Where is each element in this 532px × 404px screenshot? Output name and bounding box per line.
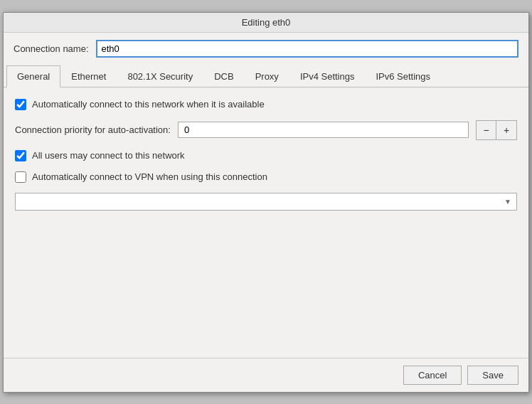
tabs-bar: General Ethernet 802.1X Security DCB Pro… [4, 65, 528, 87]
vpn-dropdown[interactable] [15, 193, 517, 211]
stepper-plus-button[interactable]: + [496, 121, 516, 139]
auto-connect-label: Automatically connect to this network wh… [32, 99, 265, 110]
all-users-label: All users may connect to this network [32, 150, 185, 161]
tab-general[interactable]: General [6, 65, 60, 87]
cancel-button[interactable]: Cancel [403, 366, 462, 385]
stepper-buttons: − + [476, 120, 517, 140]
stepper-minus-button[interactable]: − [477, 121, 496, 139]
vpn-dropdown-wrapper [15, 193, 517, 211]
connection-name-row: Connection name: [4, 33, 528, 65]
dialog-title: Editing eth0 [242, 17, 291, 28]
tab-ethernet[interactable]: Ethernet [60, 65, 117, 87]
tab-proxy[interactable]: Proxy [245, 65, 289, 87]
tab-ipv6-settings[interactable]: IPv6 Settings [365, 65, 441, 87]
tab-ipv4-settings[interactable]: IPv4 Settings [289, 65, 366, 87]
tab-dcb[interactable]: DCB [203, 65, 244, 87]
priority-label: Connection priority for auto-activation: [15, 124, 171, 135]
vpn-dropdown-row [15, 193, 517, 211]
auto-connect-checkbox[interactable] [15, 99, 26, 110]
auto-connect-row: Automatically connect to this network wh… [15, 99, 517, 110]
all-users-row: All users may connect to this network [15, 150, 517, 161]
tab-8021x-security[interactable]: 802.1X Security [117, 65, 203, 87]
connection-name-input[interactable] [96, 40, 518, 58]
bottom-buttons: Cancel Save [4, 358, 528, 392]
general-tab-content: Automatically connect to this network wh… [4, 87, 528, 358]
connection-name-label: Connection name: [14, 43, 89, 54]
save-button[interactable]: Save [467, 366, 518, 385]
priority-input[interactable] [178, 122, 469, 138]
editing-dialog: Editing eth0 Connection name: General Et… [3, 12, 529, 393]
vpn-auto-connect-row: Automatically connect to VPN when using … [15, 171, 517, 183]
vpn-auto-connect-label: Automatically connect to VPN when using … [32, 171, 267, 182]
title-bar: Editing eth0 [4, 13, 528, 33]
all-users-checkbox[interactable] [15, 150, 26, 161]
vpn-auto-connect-checkbox[interactable] [15, 171, 26, 183]
priority-row: Connection priority for auto-activation:… [15, 120, 517, 140]
